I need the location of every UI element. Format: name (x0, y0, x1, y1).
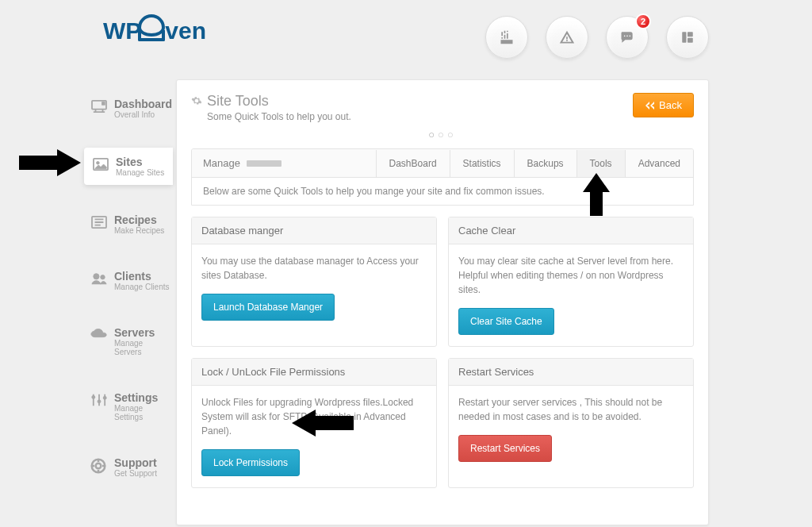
manage-label-area: Manage (192, 149, 293, 177)
launch-database-manager-button[interactable]: Launch Database Manger (201, 294, 335, 321)
card-body-text: Restart your server services , This shou… (458, 395, 684, 424)
tab-dashboard[interactable]: DashBoard (376, 150, 450, 177)
sites-icon (92, 157, 109, 171)
svg-point-9 (97, 161, 100, 164)
card-restart-services: Restart Services Restart your server ser… (448, 358, 694, 488)
tab-statistics[interactable]: Statistics (450, 150, 514, 177)
svg-rect-4 (688, 32, 693, 37)
redacted-site-name (247, 160, 282, 167)
cards-grid: Database manger You may use the database… (191, 217, 694, 488)
clear-site-cache-button[interactable]: Clear Site Cache (458, 308, 554, 335)
card-title: Database manger (192, 217, 436, 244)
card-title: Lock / UnLock File Permissions (192, 359, 436, 386)
logo-text-left: WP (103, 17, 141, 44)
sidebar-item-title: Servers (114, 326, 170, 339)
wpoven-logo[interactable]: WPven (103, 17, 206, 44)
back-arrows-icon (645, 102, 654, 110)
sidebar-item-clients[interactable]: ClientsManage Clients (84, 264, 173, 298)
card-cache-clear: Cache Clear You may clear site cache at … (448, 217, 694, 347)
svg-point-12 (101, 275, 105, 279)
sidebar-item-settings[interactable]: SettingsManage Settings (84, 385, 173, 428)
left-sidebar: DashboardOverall Info SitesManage Sites … (84, 91, 173, 506)
back-label: Back (659, 99, 682, 111)
gear-icon (191, 95, 202, 106)
svg-point-11 (94, 274, 99, 279)
svg-rect-3 (682, 32, 686, 43)
servers-icon (90, 328, 108, 342)
support-icon (90, 458, 108, 472)
sidebar-item-recipes[interactable]: RecipesMake Recipes (84, 207, 173, 241)
svg-point-13 (92, 395, 95, 398)
sidebar-item-title: Clients (114, 270, 169, 283)
header-actions: 2 (485, 16, 709, 59)
tabbar: Manage DashBoard Statistics Backups Tool… (191, 148, 694, 206)
pager-dots: ○○○ (191, 129, 694, 140)
panel-header: Site Tools Some Quick Tools to help you … (191, 93, 694, 122)
settings-icon (90, 393, 108, 407)
billing-icon-button[interactable] (485, 16, 528, 59)
svg-point-1 (626, 36, 628, 37)
layout-icon-button[interactable] (666, 16, 709, 59)
sidebar-item-support[interactable]: SupportGet Support (84, 450, 173, 484)
sidebar-item-title: Sites (116, 156, 164, 168)
svg-rect-7 (102, 102, 105, 106)
sidebar-item-sub: Overall Info (114, 110, 172, 119)
svg-point-15 (103, 396, 106, 399)
notification-badge: 2 (635, 13, 651, 29)
chef-hat-icon (138, 14, 165, 37)
svg-point-17 (96, 464, 102, 469)
card-title: Cache Clear (449, 217, 693, 244)
logo-text-right: ven (165, 17, 206, 44)
restart-services-button[interactable]: Restart Services (458, 435, 552, 462)
clients-icon (90, 271, 108, 286)
svg-point-0 (624, 36, 626, 37)
lock-permissions-button[interactable]: Lock Permissions (201, 449, 300, 476)
svg-point-14 (98, 400, 101, 403)
sidebar-item-title: Settings (114, 391, 170, 404)
sidebar-item-title: Dashboard (114, 98, 172, 110)
sidebar-item-sub: Manage Sites (116, 168, 164, 177)
tab-advanced[interactable]: Advanced (625, 150, 693, 177)
manage-label: Manage (203, 157, 240, 169)
svg-rect-5 (688, 38, 693, 43)
panel-subtitle: Some Quick Tools to help you out. (207, 111, 351, 122)
dashboard-icon (90, 99, 108, 113)
annotation-arrow-sites (19, 149, 81, 176)
tab-backups[interactable]: Backups (514, 150, 576, 177)
card-title: Restart Services (449, 359, 693, 386)
back-button[interactable]: Back (633, 93, 694, 117)
sidebar-item-title: Recipes (114, 213, 164, 226)
recipes-icon (90, 215, 108, 229)
main-panel: Site Tools Some Quick Tools to help you … (176, 79, 709, 525)
sidebar-item-sites[interactable]: SitesManage Sites (84, 148, 173, 185)
messages-icon-button[interactable]: 2 (606, 16, 649, 59)
card-body-text: You may use the database manager to Acce… (201, 254, 427, 283)
sidebar-item-servers[interactable]: ServersManage Servers (84, 320, 173, 363)
card-body-text: You may clear site cache at Server level… (458, 254, 684, 297)
sidebar-item-sub: Make Recipes (114, 226, 164, 235)
annotation-arrow-tools (583, 173, 610, 216)
panel-title: Site Tools (207, 93, 351, 110)
card-database-manager: Database manger You may use the database… (191, 217, 437, 347)
sidebar-item-sub: Get Support (114, 469, 157, 478)
sidebar-item-sub: Manage Settings (114, 404, 170, 421)
annotation-arrow-lock-permissions (292, 410, 354, 437)
tabbar-description: Below are some Quick Tools to help you m… (192, 178, 693, 205)
sidebar-item-title: Support (114, 456, 157, 469)
sidebar-item-sub: Manage Clients (114, 283, 169, 291)
sidebar-item-dashboard[interactable]: DashboardOverall Info (84, 91, 173, 125)
svg-point-2 (630, 36, 631, 37)
sidebar-item-sub: Manage Servers (114, 339, 170, 356)
alerts-icon-button[interactable] (546, 16, 588, 59)
